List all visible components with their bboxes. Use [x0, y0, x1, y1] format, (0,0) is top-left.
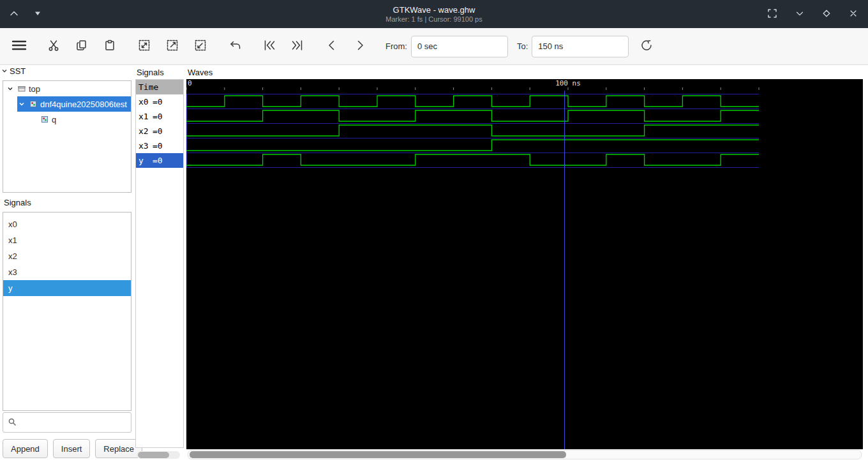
zoom-fit-icon [137, 38, 151, 54]
component-icon [29, 100, 38, 108]
titlebar-right-buttons [766, 0, 859, 28]
to-start-icon [262, 38, 276, 54]
from-input[interactable] [411, 36, 508, 57]
names-panel-header: Signals [135, 65, 184, 79]
sst-panel: SST topdnf4quine20250806testq Signals x0… [0, 65, 134, 462]
signal-value: =0 [153, 126, 163, 136]
zoom-out-icon [193, 38, 207, 54]
signal-value: =0 [153, 141, 163, 151]
signal-list-item-x1[interactable]: x1 [3, 232, 131, 248]
signal-name: x1 [138, 112, 153, 121]
undo-button[interactable] [223, 35, 246, 58]
signal-list: x0x1x2x3y [3, 212, 131, 411]
gtkwave-window: GTKWave - wave.ghw Marker: 1 fs | Cursor… [0, 0, 868, 462]
copy-icon [75, 39, 88, 54]
waveform-svg: 0100 ns [186, 79, 863, 449]
names-horizontal-scrollbar[interactable] [137, 451, 180, 459]
sst-tree-item-top[interactable]: top [3, 81, 131, 96]
signal-name: y [138, 156, 153, 165]
svg-text:100 ns: 100 ns [555, 79, 581, 87]
chevron-down-icon [795, 9, 804, 20]
chevron-left-icon [325, 38, 339, 54]
sst-tree: topdnf4quine20250806testq [3, 80, 131, 193]
waves-horizontal-scrollbar[interactable] [188, 450, 862, 459]
chevron-right-icon [353, 38, 367, 54]
paste-icon [103, 39, 116, 54]
signal-list-item-x2[interactable]: x2 [3, 248, 131, 264]
svg-text:0: 0 [188, 79, 192, 87]
main-area: SST topdnf4quine20250806testq Signals x0… [0, 65, 868, 462]
scrollbar-handle[interactable] [138, 452, 169, 458]
signal-name: x0 [138, 97, 153, 107]
reload-icon [639, 38, 654, 55]
menu-icon [11, 39, 27, 54]
expander-chevron-icon[interactable] [7, 86, 15, 92]
signal-action-buttons: AppendInsertReplace [3, 439, 131, 458]
wave-name-row-x3[interactable]: x3=0 [136, 138, 183, 153]
go-to-end-button[interactable] [286, 35, 309, 58]
module-icon [17, 84, 26, 93]
titlebar: GTKWave - wave.ghw Marker: 1 fs | Cursor… [0, 0, 868, 28]
maximize-icon [822, 9, 831, 20]
signal-value: =0 [153, 97, 163, 107]
maximize-button[interactable] [821, 8, 832, 21]
tree-item-label: top [29, 84, 40, 94]
sst-frame-title: SST [10, 66, 26, 76]
step-left-button[interactable] [320, 35, 343, 58]
wave-name-row-x2[interactable]: x2=0 [136, 124, 183, 138]
wave-name-row-y[interactable]: y=0 [136, 153, 183, 168]
search-icon [8, 417, 17, 428]
zoom-in-button[interactable] [161, 35, 184, 58]
window-menu-button[interactable] [794, 8, 805, 21]
wave-name-row-x0[interactable]: x0=0 [136, 94, 183, 109]
step-right-button[interactable] [348, 35, 371, 58]
menu-button[interactable] [8, 35, 31, 58]
signal-name: x3 [138, 141, 153, 151]
to-input[interactable] [532, 36, 629, 57]
wave-name-row-x1[interactable]: x1=0 [136, 109, 183, 124]
insert-button[interactable]: Insert [53, 439, 91, 458]
signal-search-input[interactable] [20, 417, 126, 428]
sst-tree-item-q[interactable]: q [3, 112, 131, 127]
signal-search-box [3, 412, 131, 433]
expander-chevron-icon[interactable] [19, 101, 26, 107]
zoom-out-button[interactable] [189, 35, 212, 58]
go-to-start-button[interactable] [258, 35, 281, 58]
component-icon [40, 115, 49, 124]
waves-panel: Waves 0100 ns [186, 65, 863, 462]
restore-icon [767, 8, 777, 20]
signal-list-item-y[interactable]: y [3, 280, 131, 296]
close-button[interactable] [848, 8, 859, 21]
signal-list-item-x0[interactable]: x0 [3, 216, 131, 232]
scrollbar-handle[interactable] [190, 451, 566, 458]
names-box: Time x0=0x1=0x2=0x3=0y=0 [135, 79, 184, 448]
wave-names-panel: Signals Time x0=0x1=0x2=0x3=0y=0 [135, 65, 184, 462]
restore-button[interactable] [766, 7, 779, 22]
copy-button[interactable] [70, 35, 93, 58]
cut-button[interactable] [42, 35, 65, 58]
signal-name: x2 [138, 126, 153, 136]
collapse-chevron-icon [1, 66, 8, 76]
from-label: From: [385, 41, 407, 51]
sst-tree-item-dnf4quine20250806test[interactable]: dnf4quine20250806test [3, 96, 131, 112]
undo-icon [228, 38, 242, 54]
cut-icon [47, 39, 60, 54]
paste-button[interactable] [98, 35, 121, 58]
zoom-in-icon [165, 38, 179, 54]
signal-value: =0 [153, 112, 163, 121]
names-rows: x0=0x1=0x2=0x3=0y=0 [136, 94, 183, 168]
toolbar: From: To: [0, 28, 868, 65]
sst-frame-label[interactable]: SST [1, 66, 26, 76]
window-title: GTKWave - wave.ghw [393, 5, 475, 15]
reload-button[interactable] [635, 35, 658, 58]
tree-item-label: dnf4quine20250806test [40, 100, 127, 109]
marker-cursor-status: Marker: 1 fs | Cursor: 99100 ps [385, 15, 482, 23]
signal-list-item-x3[interactable]: x3 [3, 264, 131, 280]
wave-canvas[interactable]: 0100 ns [186, 79, 863, 449]
time-header: Time [136, 80, 183, 94]
to-label: To: [517, 41, 528, 51]
zoom-fit-button[interactable] [133, 35, 156, 58]
append-button[interactable]: Append [3, 439, 48, 458]
titlebar-center: GTKWave - wave.ghw Marker: 1 fs | Cursor… [0, 0, 868, 28]
signals-frame-title: Signals [4, 198, 31, 207]
